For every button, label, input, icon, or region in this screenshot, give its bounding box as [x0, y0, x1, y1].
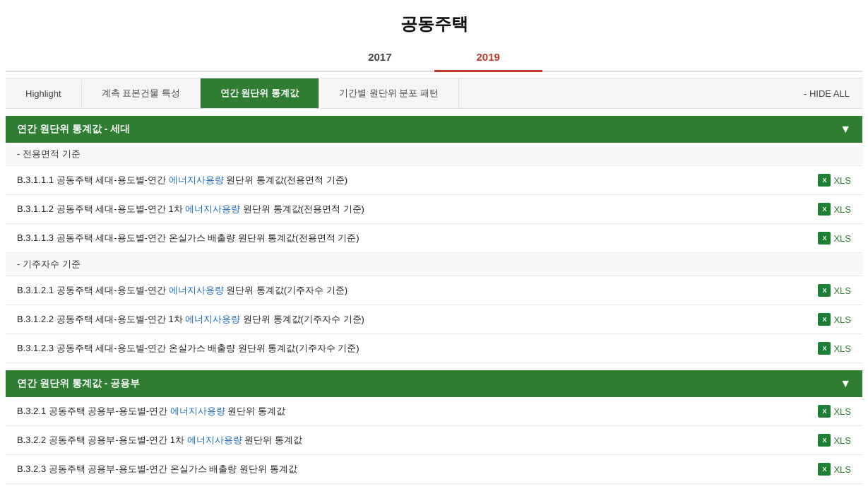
tab-period-pattern[interactable]: 기간별 원단위 분포 패턴 — [319, 78, 459, 108]
table-row: B.3.2.2 공동주택 공용부-용도별-연간 1차 에너지사용량 원단위 통계… — [6, 426, 862, 455]
tab-highlight[interactable]: Highlight — [6, 80, 82, 107]
xls-label: XLS — [833, 204, 851, 215]
xls-icon: X — [818, 463, 831, 476]
chevron-down-icon: ▼ — [840, 377, 851, 390]
row-label: B.3.2.2 공동주택 공용부-용도별-연간 1차 에너지사용량 원단위 통계… — [17, 434, 302, 447]
xls-icon: X — [818, 313, 831, 326]
xls-icon: X — [818, 434, 831, 447]
section-header-household[interactable]: 연간 원단위 통계값 - 세대 ▼ — [6, 116, 862, 143]
tab-specimen[interactable]: 계측 표본건물 특성 — [82, 78, 201, 108]
highlight-text: 에너지사용량 — [169, 175, 224, 185]
row-label: B.3.2.3 공동주택 공용부-용도별-연간 온실가스 배출량 원단위 통계값 — [17, 463, 297, 476]
xls-download-button[interactable]: X XLS — [818, 284, 851, 297]
table-row: B.3.1.2.2 공동주택 세대-용도별-연간 1차 에너지사용량 원단위 통… — [6, 305, 862, 334]
table-row: B.3.1.1.3 공동주택 세대-용도별-연간 온실가스 배출량 원단위 통계… — [6, 224, 862, 253]
xls-icon: X — [818, 203, 831, 216]
highlight-text: 에너지사용량 — [169, 285, 224, 295]
year-tabs: 2017 2019 — [6, 44, 862, 72]
xls-download-button[interactable]: X XLS — [818, 342, 851, 355]
year-tab-2019[interactable]: 2019 — [434, 44, 542, 72]
sub-header-exclusive-area: - 전용면적 기준 — [6, 143, 862, 166]
page-title: 공동주택 — [6, 0, 862, 44]
xls-download-button[interactable]: X XLS — [818, 313, 851, 326]
table-row: B.3.1.2.1 공동주택 세대-용도별-연간 에너지사용량 원단위 통계값(… — [6, 276, 862, 305]
table-row: B.3.1.1.1 공동주택 세대-용도별-연간 에너지사용량 원단위 통계값(… — [6, 166, 862, 195]
xls-icon: X — [818, 342, 831, 355]
xls-download-button[interactable]: X XLS — [818, 405, 851, 418]
row-label: B.3.1.1.1 공동주택 세대-용도별-연간 에너지사용량 원단위 통계값(… — [17, 174, 347, 187]
section-title-common: 연간 원단위 통계값 - 공용부 — [17, 377, 140, 390]
xls-download-button[interactable]: X XLS — [818, 203, 851, 216]
tab-annual-stats[interactable]: 연간 원단위 통계값 — [201, 78, 319, 108]
content-tabs: Highlight 계측 표본건물 특성 연간 원단위 통계값 기간별 원단위 … — [6, 78, 862, 109]
xls-label: XLS — [833, 175, 851, 186]
xls-label: XLS — [833, 233, 851, 244]
section-annual-stats-household: 연간 원단위 통계값 - 세대 ▼ - 전용면적 기준 B.3.1.1.1 공동… — [6, 116, 862, 363]
section-annual-stats-common: 연간 원단위 통계값 - 공용부 ▼ B.3.2.1 공동주택 공용부-용도별-… — [6, 370, 862, 484]
xls-download-button[interactable]: X XLS — [818, 174, 851, 187]
section-header-common[interactable]: 연간 원단위 통계값 - 공용부 ▼ — [6, 370, 862, 397]
xls-download-button[interactable]: X XLS — [818, 434, 851, 447]
year-tab-2017[interactable]: 2017 — [326, 44, 434, 72]
xls-icon: X — [818, 284, 831, 297]
row-label: B.3.2.1 공동주택 공용부-용도별-연간 에너지사용량 원단위 통계값 — [17, 405, 285, 418]
xls-label: XLS — [833, 285, 851, 296]
xls-label: XLS — [833, 343, 851, 354]
xls-download-button[interactable]: X XLS — [818, 463, 851, 476]
highlight-text: 에너지사용량 — [185, 314, 240, 324]
row-label: B.3.1.1.2 공동주택 세대-용도별-연간 1차 에너지사용량 원단위 통… — [17, 203, 364, 216]
xls-label: XLS — [833, 314, 851, 325]
section-title-household: 연간 원단위 통계값 - 세대 — [17, 123, 130, 136]
xls-icon: X — [818, 405, 831, 418]
hide-all-button[interactable]: - HIDE ALL — [791, 80, 862, 107]
highlight-text: 에너지사용량 — [170, 406, 225, 416]
sub-header-residents: - 기주자수 기준 — [6, 253, 862, 276]
row-label: B.3.1.2.1 공동주택 세대-용도별-연간 에너지사용량 원단위 통계값(… — [17, 284, 347, 297]
table-row: B.3.2.3 공동주택 공용부-용도별-연간 온실가스 배출량 원단위 통계값… — [6, 455, 862, 484]
xls-icon: X — [818, 174, 831, 187]
xls-label: XLS — [833, 406, 851, 417]
table-row: B.3.1.1.2 공동주택 세대-용도별-연간 1차 에너지사용량 원단위 통… — [6, 195, 862, 224]
row-label: B.3.1.1.3 공동주택 세대-용도별-연간 온실가스 배출량 원단위 통계… — [17, 232, 359, 244]
row-label: B.3.1.2.2 공동주택 세대-용도별-연간 1차 에너지사용량 원단위 통… — [17, 313, 364, 326]
xls-label: XLS — [833, 464, 851, 475]
row-label: B.3.1.2.3 공동주택 세대-용도별-연간 온실가스 배출량 원단위 통계… — [17, 342, 359, 355]
table-row: B.3.2.1 공동주택 공용부-용도별-연간 에너지사용량 원단위 통계값 X… — [6, 397, 862, 426]
highlight-text: 에너지사용량 — [187, 435, 242, 445]
table-row: B.3.1.2.3 공동주택 세대-용도별-연간 온실가스 배출량 원단위 통계… — [6, 334, 862, 363]
xls-download-button[interactable]: X XLS — [818, 232, 851, 244]
xls-icon: X — [818, 232, 831, 244]
xls-label: XLS — [833, 435, 851, 446]
highlight-text: 에너지사용량 — [185, 204, 240, 214]
chevron-down-icon: ▼ — [840, 123, 851, 136]
